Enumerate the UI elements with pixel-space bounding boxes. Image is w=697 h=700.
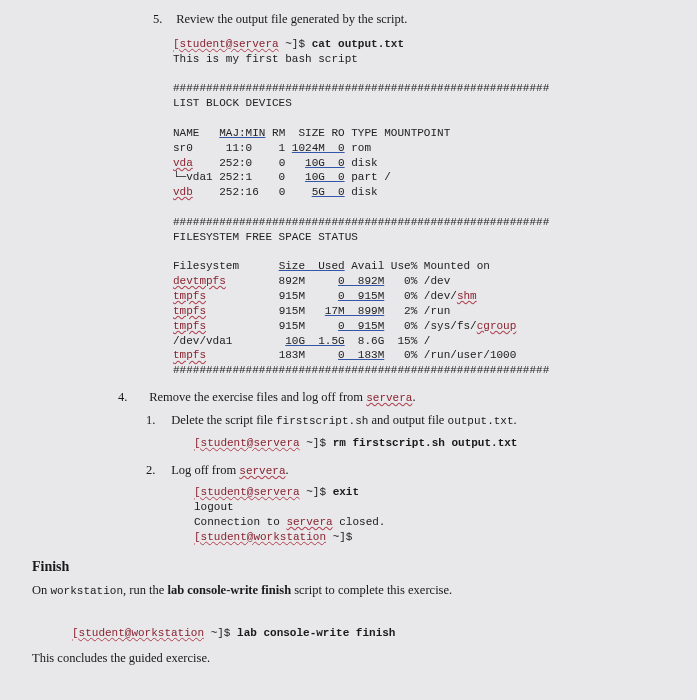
finish-text: On workstation, run the lab console-writ… xyxy=(32,581,679,600)
step-number: 4. xyxy=(118,388,146,407)
exit-command: [student@servera ~]$ exit logout Connect… xyxy=(194,485,659,544)
rm-command: [student@servera ~]$ rm firstscript.sh o… xyxy=(194,436,659,451)
lsblk-row: └─vda1 252:1 0 10G 0 part / xyxy=(173,171,391,183)
df-row: tmpfs 915M 0 915M 0% /sys/fs/cgroup xyxy=(173,320,516,332)
step-4-2-text: Log off from servera. xyxy=(171,463,289,477)
hash-divider: ########################################… xyxy=(173,216,549,228)
fs-title: FILESYSTEM FREE SPACE STATUS xyxy=(173,231,358,243)
substep-number: 1. xyxy=(146,411,168,430)
list-title: LIST BLOCK DEVICES xyxy=(173,97,292,109)
closing-line: This concludes the guided exercise. xyxy=(32,649,679,668)
step-5-title: 5. Review the output file generated by t… xyxy=(153,10,659,29)
df-row: devtmpfs 892M 0 892M 0% /dev xyxy=(173,275,450,287)
step-4-1-text: Delete the script file firstscript.sh an… xyxy=(171,413,517,427)
lsblk-row: sr0 11:0 1 1024M 0 rom xyxy=(173,142,371,154)
df-row: tmpfs 915M 0 915M 0% /dev/shm xyxy=(173,290,477,302)
lsblk-row: vdb 252:16 0 5G 0 disk xyxy=(173,186,378,198)
output-line: This is my first bash script xyxy=(173,53,358,65)
hash-divider: ########################################… xyxy=(173,364,549,376)
lsblk-header: NAME MAJ:MIN RM SIZE RO TYPE MOUNTPOINT xyxy=(173,127,450,139)
df-row: /dev/vda1 10G 1.5G 8.6G 15% / xyxy=(173,335,430,347)
step-4: 4. Remove the exercise files and log off… xyxy=(118,388,659,544)
lsblk-row: vda 252:0 0 10G 0 disk xyxy=(173,157,378,169)
step-4-text: Remove the exercise files and log off fr… xyxy=(149,390,415,404)
df-row: tmpfs 915M 17M 899M 2% /run xyxy=(173,305,450,317)
step-4-2: 2. Log off from servera. [student@server… xyxy=(146,461,659,545)
step-4-1: 1. Delete the script file firstscript.sh… xyxy=(146,411,659,451)
step-5: 5. Review the output file generated by t… xyxy=(153,10,659,378)
finish-heading: Finish xyxy=(32,559,679,575)
finish-command: [student@workstation ~]$ lab console-wri… xyxy=(72,627,679,639)
df-row: tmpfs 183M 0 183M 0% /run/user/1000 xyxy=(173,349,516,361)
df-header: Filesystem Size Used Avail Use% Mounted … xyxy=(173,260,490,272)
page: 5. Review the output file generated by t… xyxy=(0,0,697,700)
finish-section: Finish On workstation, run the lab conso… xyxy=(32,559,679,669)
prompt: [student@servera xyxy=(173,38,279,50)
prompt-sep: ~]$ xyxy=(279,38,312,50)
step-5-code: [student@servera ~]$ cat output.txt This… xyxy=(173,37,659,378)
substep-number: 2. xyxy=(146,461,168,480)
cat-cmd: cat output.txt xyxy=(312,38,404,50)
step-5-text: Review the output file generated by the … xyxy=(176,12,407,26)
step-number: 5. xyxy=(153,10,173,29)
hash-divider: ########################################… xyxy=(173,82,549,94)
